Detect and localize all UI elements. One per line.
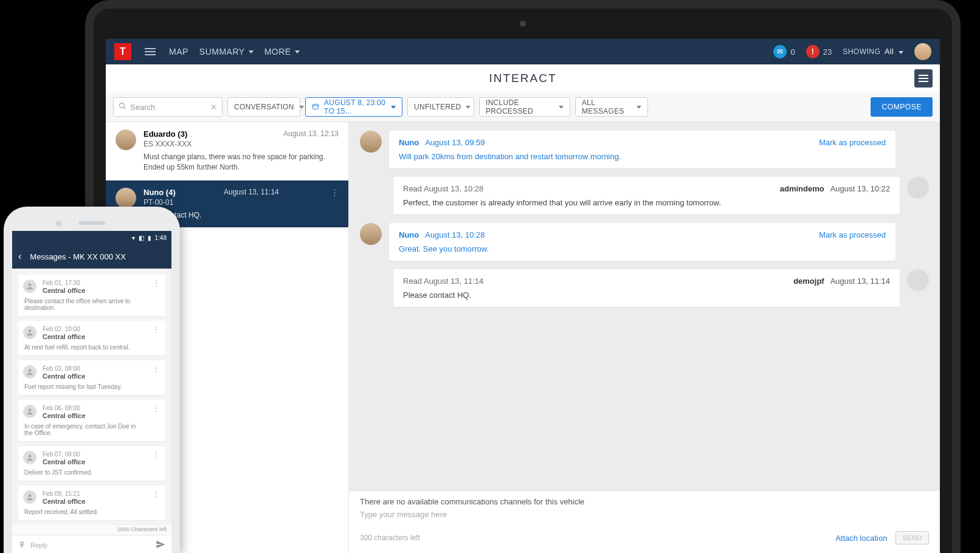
phone-msg-from: Central office [43,287,145,294]
page-title: INTERACT [489,72,557,85]
phone-msg-time: Feb 07, 08:00 [43,451,145,458]
mail-icon: ✉ [773,45,787,58]
alert-badge[interactable]: ! 23 [806,45,832,58]
phone-message-card[interactable]: ⋮Feb 02, 10:00Central officeAt next fuel… [18,321,165,355]
brand-logo[interactable]: T [114,43,131,60]
filter-all-messages-label: ALL MESSAGES [582,98,632,115]
phone-frame: ▾ ◧ ▮ 1:48 ‹ Messages - MK XX 000 XX ⋮Fe… [4,207,180,553]
filter-date-range[interactable]: AUGUST 8, 23:00 TO 15... [305,97,402,117]
svg-point-8 [29,455,32,458]
message-in: Nuno August 13, 09:59 Mark as processed … [360,131,929,168]
message-read-status: Read August 13, 11:14 [403,276,483,286]
thread-panel: Nuno August 13, 09:59 Mark as processed … [349,122,940,553]
back-icon[interactable]: ‹ [18,251,21,262]
message-sender: Nuno [399,138,419,147]
conversation-item[interactable]: Eduardo (3)August 13, 12:13 ES XXXX-XXX … [106,122,348,180]
kebab-icon[interactable]: ⋮ [152,450,160,459]
message-timestamp: August 13, 09:59 [425,138,485,147]
svg-point-6 [29,369,32,372]
filter-unfiltered-label: UNFILTERED [414,103,461,111]
filter-date-label: AUGUST 8, 23:00 TO 15... [324,98,386,115]
phone-msg-time: Feb 09, 15:21 [43,490,145,497]
composer-warning: There are no available communications ch… [360,497,929,506]
battery-icon: ▮ [148,235,151,241]
wifi-icon: ▾ [132,235,135,241]
message-sender: demojpf [793,276,824,286]
search-icon [119,102,126,112]
hamburger-icon[interactable] [142,44,158,60]
clear-search-icon[interactable]: ✕ [210,103,217,112]
conversation-preview: Must change plans, there was no free spa… [143,152,339,173]
avatar-icon [23,405,36,418]
avatar [907,177,929,199]
phone-send-icon[interactable] [156,540,165,551]
mail-badge[interactable]: ✉ 0 [773,45,795,58]
conversation-time: August 13, 12:13 [283,129,339,139]
phone-msg-body: In case of emergency, contact Jon Doe in… [24,423,145,436]
page-menu-icon[interactable] [914,69,933,88]
mark-processed-link[interactable]: Mark as processed [819,230,886,239]
content-body: Eduardo (3)August 13, 12:13 ES XXXX-XXX … [106,122,940,553]
message-in: Nuno August 13, 10:28 Mark as processed … [360,223,929,261]
phone-message-card[interactable]: ⋮Feb 07, 08:00Central officeDeliver to J… [18,446,165,481]
alert-icon: ! [806,45,820,58]
avatar [116,188,136,208]
laptop-screen: T MAP SUMMARY MORE ✉ 0 ! 23 SHOWING All [106,39,940,553]
send-button[interactable]: SEND [895,531,929,544]
kebab-icon[interactable]: ⋮ [152,404,160,413]
message-bubble: Nuno August 13, 10:28 Mark as processed … [389,223,895,261]
phone-chars-left: 1000 Characters left [12,525,171,535]
calendar-icon [312,103,319,112]
avatar-icon [23,280,36,293]
kebab-icon[interactable]: ⋮ [152,489,160,499]
message-sender: admindemo [780,184,824,193]
phone-message-card[interactable]: ⋮Feb 03, 08:00Central officeFuel report … [18,360,165,395]
attach-location-link[interactable]: Attach location [835,534,887,543]
kebab-icon[interactable]: ⋮ [152,364,160,374]
chars-left: 300 characters left [360,534,420,542]
phone-msg-time: Feb 03, 08:00 [43,365,145,372]
conversation-name: Eduardo (3) [143,129,187,139]
showing-filter[interactable]: SHOWING All [843,47,903,56]
phone-message-card[interactable]: ⋮Feb 01, 17:30Central officePlease conta… [18,275,165,316]
nav-summary-label: SUMMARY [199,47,245,57]
message-sender: Nuno [399,230,419,239]
avatar [907,269,929,291]
message-text: Please contact HQ. [403,290,890,300]
svg-rect-2 [313,104,319,109]
composer-input[interactable]: Type your message here [360,510,929,519]
phone-msg-body: Deliver to JST confirmed. [24,469,145,476]
filter-conversation[interactable]: CONVERSATION [227,97,300,117]
kebab-icon[interactable]: ⋮ [152,278,160,288]
nav-more[interactable]: MORE [264,47,300,57]
phone-status-bar: ▾ ◧ ▮ 1:48 [12,231,171,244]
filter-include-processed[interactable]: INCLUDE PROCESSED [479,97,570,117]
location-pin-icon[interactable] [18,541,26,549]
svg-point-5 [29,329,32,332]
phone-message-card[interactable]: ⋮Feb 06, 08:00Central officeIn case of e… [18,400,165,441]
user-avatar[interactable] [914,43,931,60]
svg-point-7 [29,408,32,411]
laptop-frame: T MAP SUMMARY MORE ✉ 0 ! 23 SHOWING All [85,0,961,553]
kebab-icon[interactable]: ⋮ [327,188,339,197]
avatar-icon [23,326,36,339]
avatar [116,129,136,150]
search-input[interactable]: Search ✕ [113,97,223,117]
kebab-icon[interactable]: ⋮ [152,325,160,334]
message-read-status: Read August 13, 10:28 [403,184,483,193]
nav-summary[interactable]: SUMMARY [199,47,254,57]
phone-message-card[interactable]: ⋮Feb 09, 15:21Central officeReport recei… [18,486,165,520]
filter-unfiltered[interactable]: UNFILTERED [407,97,474,117]
phone-reply-bar[interactable]: Reply [12,535,171,553]
phone-msg-body: Report received. All settled. [24,509,145,515]
conversation-subtitle: PT-00-01 [143,198,339,207]
mark-processed-link[interactable]: Mark as processed [819,138,886,147]
phone-msg-from: Central office [43,412,145,419]
compose-button[interactable]: COMPOSE [871,97,933,117]
phone-message-list[interactable]: ⋮Feb 01, 17:30Central officePlease conta… [12,269,171,525]
message-bubble: Nuno August 13, 09:59 Mark as processed … [389,131,895,168]
showing-value: All [885,47,894,56]
svg-point-4 [29,283,32,286]
filter-all-messages[interactable]: ALL MESSAGES [575,97,648,117]
nav-map[interactable]: MAP [169,47,188,57]
